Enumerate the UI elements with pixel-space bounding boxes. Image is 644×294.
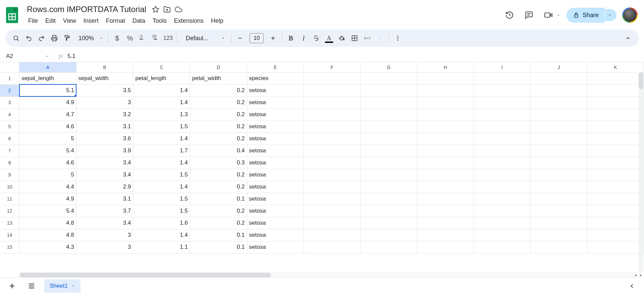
cell-B10[interactable]: 2.9	[76, 181, 133, 193]
column-header-D[interactable]: D	[190, 62, 247, 72]
add-sheet-icon[interactable]	[5, 279, 19, 293]
cell-I2[interactable]	[474, 84, 530, 96]
menu-edit[interactable]: Edit	[42, 16, 59, 26]
column-header-F[interactable]: F	[304, 62, 360, 72]
text-color-icon[interactable]: A	[323, 32, 335, 44]
cell-F6[interactable]	[304, 133, 360, 145]
cell-D10[interactable]: 0.2	[190, 181, 247, 193]
cell-K14[interactable]	[587, 229, 644, 241]
cell-F9[interactable]	[304, 169, 360, 181]
cell-I10[interactable]	[474, 181, 530, 193]
cell-J4[interactable]	[530, 108, 587, 121]
cell-G9[interactable]	[360, 169, 417, 181]
cell-K12[interactable]	[587, 205, 644, 217]
cell-G5[interactable]	[360, 121, 417, 133]
cell-J5[interactable]	[530, 121, 587, 133]
cell-F1[interactable]	[304, 72, 360, 84]
cell-B15[interactable]: 3	[76, 241, 133, 253]
redo-icon[interactable]	[36, 32, 48, 44]
cell-B14[interactable]: 3	[76, 229, 133, 241]
cell-B8[interactable]: 3.4	[76, 157, 133, 169]
column-header-A[interactable]: A	[19, 62, 76, 72]
row-header-7[interactable]: 7	[0, 145, 19, 157]
cell-K3[interactable]	[587, 96, 644, 108]
cell-A5[interactable]: 4.6	[19, 121, 76, 133]
star-icon[interactable]	[152, 5, 160, 13]
cell-D14[interactable]: 0.1	[190, 229, 247, 241]
row-header-15[interactable]: 15	[0, 241, 19, 253]
cell-B7[interactable]: 3.9	[76, 145, 133, 157]
menu-extensions[interactable]: Extensions	[171, 16, 207, 26]
cell-I5[interactable]	[474, 121, 530, 133]
font-size-input[interactable]	[250, 33, 264, 43]
cell-E9[interactable]: setosa	[247, 169, 304, 181]
cell-I7[interactable]	[474, 145, 530, 157]
cell-C15[interactable]: 1.1	[133, 241, 190, 253]
zoom-dropdown[interactable]: 100%	[74, 35, 105, 42]
history-icon[interactable]	[503, 8, 516, 22]
cell-H3[interactable]	[417, 96, 474, 108]
cell-J11[interactable]	[530, 193, 587, 205]
cloud-status-icon[interactable]	[174, 5, 182, 13]
decrease-decimal-icon[interactable]: .0	[137, 32, 149, 44]
cell-K15[interactable]	[587, 241, 644, 253]
cell-J14[interactable]	[530, 229, 587, 241]
horizontal-scrollbar-thumb[interactable]	[19, 273, 271, 277]
borders-icon[interactable]	[348, 32, 361, 44]
cell-F13[interactable]	[304, 217, 360, 229]
cell-H14[interactable]	[417, 229, 474, 241]
cell-D8[interactable]: 0.3	[190, 157, 247, 169]
cell-F11[interactable]	[304, 193, 360, 205]
column-header-B[interactable]: B	[76, 62, 133, 72]
cell-A11[interactable]: 4.9	[19, 193, 76, 205]
cell-H9[interactable]	[417, 169, 474, 181]
cell-F2[interactable]	[304, 84, 360, 96]
cell-J15[interactable]	[530, 241, 587, 253]
cell-H7[interactable]	[417, 145, 474, 157]
cell-B13[interactable]: 3.4	[76, 217, 133, 229]
cell-F5[interactable]	[304, 121, 360, 133]
cell-C12[interactable]: 1.5	[133, 205, 190, 217]
cell-I9[interactable]	[474, 169, 530, 181]
cell-C1[interactable]: petal_length	[133, 72, 190, 84]
cell-F8[interactable]	[304, 157, 360, 169]
cell-A4[interactable]: 4.7	[19, 108, 76, 121]
bold-icon[interactable]: B	[285, 32, 297, 44]
column-header-G[interactable]: G	[360, 62, 417, 72]
cell-F3[interactable]	[304, 96, 360, 108]
cell-A2[interactable]: 5.1	[19, 84, 76, 96]
menu-tools[interactable]: Tools	[149, 16, 170, 26]
cell-C9[interactable]: 1.5	[133, 169, 190, 181]
cell-E4[interactable]: setosa	[247, 108, 304, 121]
cell-C5[interactable]: 1.5	[133, 121, 190, 133]
cell-D11[interactable]: 0.1	[190, 193, 247, 205]
cell-B1[interactable]: sepal_width	[76, 72, 133, 84]
print-icon[interactable]	[48, 32, 60, 44]
cell-F12[interactable]	[304, 205, 360, 217]
cell-G1[interactable]	[360, 72, 417, 84]
cell-H1[interactable]	[417, 72, 474, 84]
undo-icon[interactable]	[23, 32, 35, 44]
explore-collapse-icon[interactable]	[625, 279, 639, 293]
cell-G12[interactable]	[360, 205, 417, 217]
cell-F14[interactable]	[304, 229, 360, 241]
all-sheets-icon[interactable]	[25, 279, 38, 293]
cell-D5[interactable]: 0.2	[190, 121, 247, 133]
cell-I13[interactable]	[474, 217, 530, 229]
row-header-6[interactable]: 6	[0, 133, 19, 145]
cell-E11[interactable]: setosa	[247, 193, 304, 205]
cell-B11[interactable]: 3.1	[76, 193, 133, 205]
cell-H11[interactable]	[417, 193, 474, 205]
cell-F15[interactable]	[304, 241, 360, 253]
cell-E7[interactable]: setosa	[247, 145, 304, 157]
font-family-dropdown[interactable]: Defaul...	[180, 35, 228, 42]
row-header-1[interactable]: 1	[0, 72, 19, 84]
cell-A10[interactable]: 4.4	[19, 181, 76, 193]
cell-A7[interactable]: 5.4	[19, 145, 76, 157]
cell-I8[interactable]	[474, 157, 530, 169]
cell-K4[interactable]	[587, 108, 644, 121]
cell-C8[interactable]: 1.4	[133, 157, 190, 169]
cell-C7[interactable]: 1.7	[133, 145, 190, 157]
cell-J13[interactable]	[530, 217, 587, 229]
cell-H4[interactable]	[417, 108, 474, 121]
